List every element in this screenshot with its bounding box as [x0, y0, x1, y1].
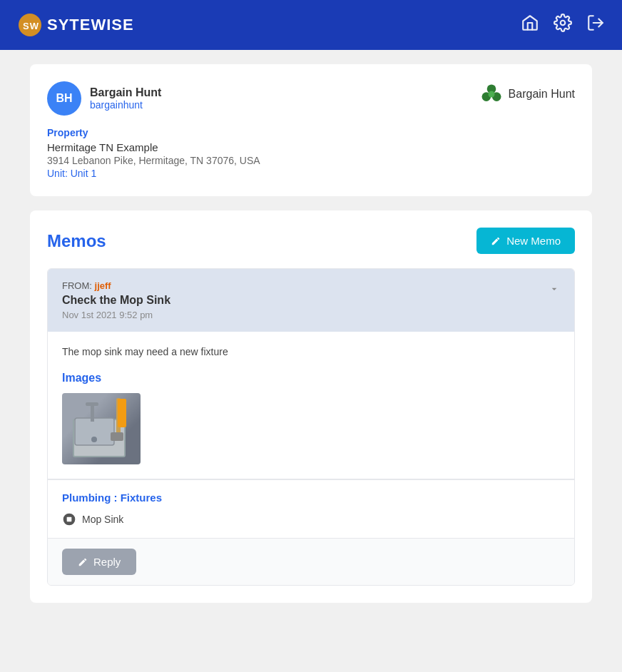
- property-name: Hermitage TN Example: [47, 141, 260, 153]
- images-section: Images: [62, 372, 560, 464]
- category-item: Mop Sink: [62, 512, 560, 526]
- svg-point-2: [561, 21, 566, 26]
- property-address: 3914 Lebanon Pike, Hermitage, TN 37076, …: [47, 155, 260, 166]
- profile-user: BH Bargain Hunt bargainhunt: [47, 81, 260, 116]
- avatar: BH: [47, 81, 81, 116]
- new-memo-label: New Memo: [506, 235, 561, 247]
- category-label: Plumbing : Fixtures: [62, 492, 560, 504]
- profile-card: BH Bargain Hunt bargainhunt Property Her…: [30, 64, 592, 196]
- memo-body-text: The mop sink may need a new fixture: [62, 346, 560, 357]
- images-label: Images: [62, 372, 560, 385]
- reply-label: Reply: [93, 556, 121, 568]
- app-header: SW SYTEWISE: [0, 0, 622, 50]
- reply-button[interactable]: Reply: [62, 549, 136, 575]
- settings-icon[interactable]: [554, 14, 572, 36]
- property-unit: Unit: Unit 1: [47, 168, 260, 179]
- new-memo-button[interactable]: New Memo: [476, 228, 575, 254]
- svg-rect-15: [67, 517, 72, 522]
- svg-rect-12: [116, 398, 121, 437]
- memo-header: FROM: jjeff Check the Mop Sink Nov 1st 2…: [48, 269, 574, 332]
- user-info: Bargain Hunt bargainhunt: [90, 86, 161, 111]
- svg-point-9: [91, 437, 97, 442]
- mop-sink-svg: [68, 397, 132, 454]
- svg-rect-10: [91, 404, 94, 422]
- svg-rect-13: [111, 432, 123, 441]
- memo-item: FROM: jjeff Check the Mop Sink Nov 1st 2…: [47, 268, 575, 586]
- logo: SW SYTEWISE: [17, 12, 134, 38]
- category-item-text: Mop Sink: [82, 514, 123, 525]
- home-icon[interactable]: [521, 14, 539, 36]
- memos-section: Memos New Memo FROM: jjeff Check the Mop…: [30, 210, 592, 603]
- logout-icon[interactable]: [586, 14, 605, 36]
- brand-name: Bargain Hunt: [509, 88, 575, 101]
- memos-header: Memos New Memo: [47, 228, 575, 254]
- memo-from: FROM: jjeff: [62, 280, 170, 291]
- from-label: FROM:: [62, 280, 92, 291]
- user-name: Bargain Hunt: [90, 86, 161, 99]
- memo-body: The mop sink may need a new fixture Imag…: [48, 332, 574, 479]
- pencil-icon: [491, 236, 501, 246]
- brand-flower-icon: [479, 81, 504, 107]
- category-section: Plumbing : Fixtures Mop Sink: [48, 479, 574, 538]
- memo-image[interactable]: [62, 393, 141, 464]
- tag-icon: [62, 512, 76, 526]
- svg-rect-11: [86, 402, 98, 406]
- property-section: Property Hermitage TN Example 3914 Leban…: [47, 127, 260, 179]
- user-handle: bargainhunt: [90, 99, 161, 111]
- chevron-down-icon[interactable]: [549, 283, 560, 297]
- memo-date: Nov 1st 2021 9:52 pm: [62, 310, 170, 320]
- memo-from-user: jjeff: [95, 280, 111, 291]
- reply-section: Reply: [48, 538, 574, 585]
- property-label: Property: [47, 127, 260, 138]
- reply-pencil-icon: [78, 557, 88, 567]
- svg-text:SW: SW: [23, 21, 39, 31]
- brand-logo: Bargain Hunt: [479, 81, 575, 107]
- memos-title: Memos: [47, 231, 106, 251]
- logo-text: SYTEWISE: [47, 16, 134, 34]
- svg-point-7: [488, 91, 494, 98]
- memo-subject: Check the Mop Sink: [62, 294, 170, 307]
- header-icons: [521, 14, 605, 36]
